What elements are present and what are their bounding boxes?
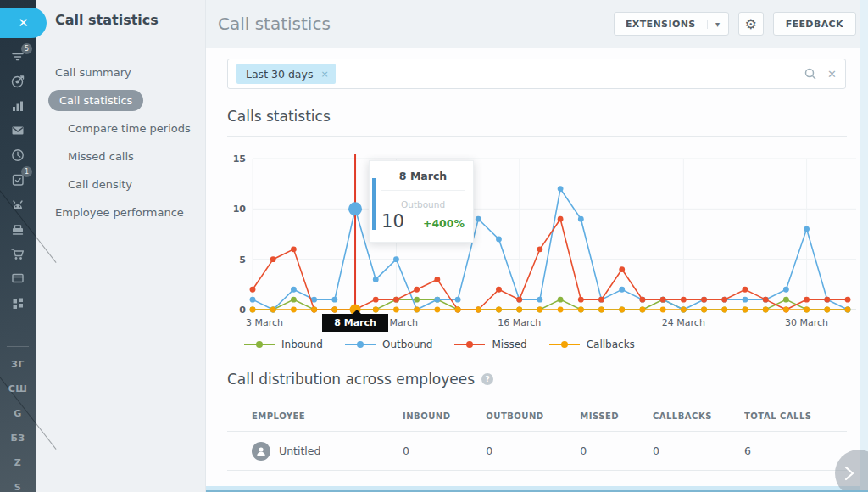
legend-swatch	[549, 341, 580, 348]
cell-callbacks: 0	[653, 444, 744, 457]
cell-missed: 0	[580, 444, 653, 457]
sidebar-item-employee-performance[interactable]: Employee performance	[55, 198, 205, 226]
svg-text:10: 10	[233, 204, 247, 215]
search-icon[interactable]	[804, 67, 817, 81]
cash-register-icon[interactable]	[0, 216, 36, 241]
main-content: Call statistics EXTENSIONS ▾ ⚙ FEEDBACK …	[206, 0, 868, 492]
tasks-icon[interactable]: 1	[0, 167, 36, 192]
filter-search-bar[interactable]: Last 30 days × ✕	[227, 59, 846, 89]
calls-statistics-chart: 0510153 March10 March16 March24 March30 …	[227, 150, 847, 333]
goal-target-icon[interactable]	[0, 69, 36, 93]
cart-icon[interactable]	[0, 241, 36, 266]
chart-canvas[interactable]: 0510153 March10 March16 March24 March30 …	[227, 150, 861, 335]
svg-text:5: 5	[239, 254, 246, 266]
column-header-callbacks[interactable]: CALLBACKS	[653, 411, 744, 421]
legend-item-inbound[interactable]: Inbound	[244, 338, 323, 350]
legend-item-outbound[interactable]: Outbound	[345, 338, 433, 350]
close-icon[interactable]: ✕	[0, 8, 47, 38]
section-divider	[227, 136, 847, 137]
employee-table: EMPLOYEE INBOUND OUTBOUND MISSED CALLBAC…	[227, 400, 847, 471]
legend-swatch	[454, 341, 485, 348]
column-header-outbound[interactable]: OUTBOUND	[486, 411, 580, 421]
sidebar: Call statistics Call summary Call statis…	[36, 0, 206, 492]
vertical-scrollbar[interactable]	[860, 0, 868, 492]
column-header-employee[interactable]: EMPLOYEE	[227, 411, 403, 421]
sidebar-item-compare-time-periods[interactable]: Compare time periods	[55, 115, 205, 143]
shortcut-item[interactable]: Z	[14, 450, 21, 475]
column-header-total-calls[interactable]: TOTAL CALLS	[744, 411, 847, 421]
shortcut-item[interactable]: БЗ	[10, 426, 25, 450]
filter-icon[interactable]: 5	[0, 44, 36, 69]
icon-rail: ✕ 5 1	[0, 0, 36, 492]
tooltip-date: 8 March	[381, 170, 465, 182]
page-title: Call statistics	[218, 14, 331, 34]
svg-text:3 March: 3 March	[246, 317, 283, 328]
sidebar-item-call-statistics[interactable]: Call statistics	[48, 90, 143, 111]
tooltip-series-label: Outbound	[381, 199, 465, 210]
sidebar-title: Call statistics	[55, 12, 205, 28]
legend-swatch	[244, 341, 275, 348]
table-row[interactable]: Untitled 0 0 0 0 6 —	[227, 432, 847, 471]
sidebar-item-missed-calls[interactable]: Missed calls	[55, 143, 205, 171]
shortcut-item[interactable]: ЗГ	[11, 352, 25, 377]
sidebar-item-call-summary[interactable]: Call summary	[55, 59, 205, 87]
legend-item-missed[interactable]: Missed	[454, 338, 526, 350]
tasks-badge: 1	[21, 166, 32, 177]
cell-outbound: 0	[486, 444, 580, 457]
svg-text:30 March: 30 March	[785, 317, 828, 328]
extensions-label: EXTENSIONS	[615, 19, 707, 30]
chevron-down-icon[interactable]: ▾	[707, 20, 728, 29]
tooltip-delta: +400%	[423, 217, 465, 230]
chip-close-icon[interactable]: ×	[320, 69, 328, 80]
extensions-button[interactable]: EXTENSIONS ▾	[614, 12, 729, 36]
chart-section-title: Calls statistics	[227, 108, 847, 125]
gear-icon[interactable]: ⚙	[738, 12, 764, 36]
shortcut-item[interactable]: G	[14, 401, 22, 426]
shortcut-item[interactable]: S	[14, 475, 21, 492]
svg-text:0: 0	[239, 305, 246, 316]
highlighted-axis-label: 8 March	[322, 314, 388, 332]
filter-chip-label: Last 30 days	[246, 68, 313, 81]
rail-divider	[7, 346, 29, 347]
mail-icon[interactable]	[0, 118, 36, 143]
browser-window-icon[interactable]	[0, 266, 36, 290]
clock-icon[interactable]	[0, 143, 36, 167]
shortcut-item[interactable]: СШ	[8, 377, 28, 401]
filter-chip[interactable]: Last 30 days ×	[236, 64, 336, 84]
svg-text:15: 15	[233, 154, 246, 165]
table-section-title: Call distribution across employees	[227, 371, 475, 388]
tooltip-value: 10	[381, 211, 404, 232]
cell-total-calls: 6	[744, 444, 847, 457]
apps-grid-icon[interactable]	[0, 290, 36, 315]
table-header-row: EMPLOYEE INBOUND OUTBOUND MISSED CALLBAC…	[227, 400, 847, 432]
help-icon[interactable]: ?	[481, 373, 493, 385]
svg-text:16 March: 16 March	[498, 317, 541, 328]
bar-chart-icon[interactable]	[0, 93, 36, 118]
filter-badge: 5	[21, 43, 32, 54]
sidebar-item-call-density[interactable]: Call density	[55, 171, 205, 198]
legend-swatch	[345, 341, 376, 348]
avatar	[252, 442, 270, 461]
employee-name: Untitled	[279, 444, 320, 457]
cell-inbound: 0	[403, 444, 486, 457]
page-header: Call statistics EXTENSIONS ▾ ⚙ FEEDBACK	[206, 0, 868, 48]
svg-text:24 March: 24 March	[662, 317, 705, 328]
clear-search-icon[interactable]: ✕	[827, 68, 837, 81]
chart-legend: Inbound Outbound Missed Callbacks	[244, 338, 847, 350]
robot-icon[interactable]	[0, 192, 36, 216]
chart-tooltip: 8 March Outbound 10 +400%	[369, 160, 474, 243]
column-header-inbound[interactable]: INBOUND	[403, 411, 486, 421]
legend-item-callbacks[interactable]: Callbacks	[549, 338, 635, 350]
feedback-button[interactable]: FEEDBACK	[773, 12, 856, 36]
column-header-missed[interactable]: MISSED	[580, 411, 653, 421]
